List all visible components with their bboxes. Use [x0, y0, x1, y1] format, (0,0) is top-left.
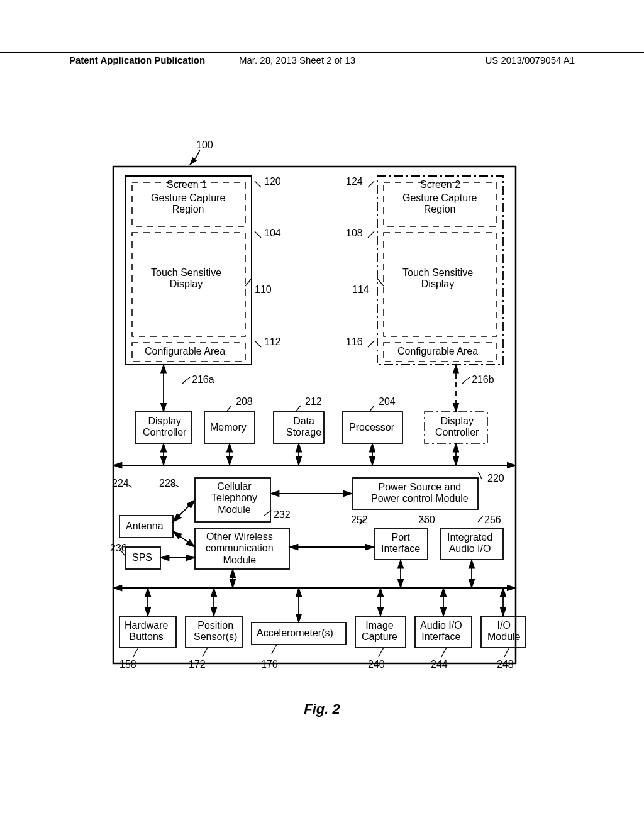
- ref-260: 260: [418, 514, 435, 526]
- screen2-gesture: Gesture Capture Region: [402, 192, 477, 216]
- io-module-block: I/O Module: [487, 620, 520, 643]
- position-sensors-block: Position Sensor(s): [194, 620, 237, 643]
- header-mid: Mar. 28, 2013 Sheet 2 of 13: [239, 55, 355, 65]
- memory-block: Memory: [210, 422, 247, 433]
- power-block: Power Source and Power control Module: [371, 482, 469, 505]
- audio-io-interface-block: Audio I/O Interface: [420, 620, 462, 643]
- ref-248: 248: [497, 659, 514, 670]
- ref-256: 256: [484, 514, 501, 526]
- diagram-canvas: 100 Screen 1 Gesture Capture Region Touc…: [75, 145, 553, 692]
- cellular-block: Cellular Telephony Module: [211, 481, 257, 516]
- display-controller-2: Display Controller: [435, 416, 479, 439]
- ref-216a: 216a: [192, 374, 214, 385]
- display-controller-1: Display Controller: [143, 416, 186, 439]
- ref-204: 204: [379, 396, 396, 407]
- ref-116: 116: [346, 336, 363, 348]
- ref-108: 108: [346, 228, 363, 239]
- ref-224: 224: [112, 478, 129, 489]
- ref-236: 236: [110, 543, 127, 554]
- header-right: US 2013/0079054 A1: [485, 55, 575, 65]
- screen2-config: Configurable Area: [397, 346, 478, 357]
- ref-158: 158: [119, 659, 136, 670]
- ref-172: 172: [189, 659, 206, 670]
- antenna-block: Antenna: [126, 521, 164, 532]
- ref-212: 212: [305, 396, 322, 407]
- ref-100: 100: [196, 140, 213, 151]
- ref-232: 232: [274, 509, 291, 521]
- data-storage-block: Data Storage: [286, 416, 321, 439]
- ref-176: 176: [261, 659, 278, 670]
- image-capture-block: Image Capture: [362, 620, 397, 643]
- svg-line-32: [173, 531, 195, 547]
- ref-252: 252: [351, 514, 368, 526]
- ref-114: 114: [352, 284, 369, 296]
- screen2-touch: Touch Sensitive Display: [402, 267, 473, 290]
- hw-buttons-block: Hardware Buttons: [125, 620, 168, 643]
- ref-104: 104: [264, 228, 281, 239]
- header-left: Patent Application Publication: [69, 55, 205, 65]
- ref-208: 208: [236, 396, 253, 407]
- port-interface-block: Port Interface: [381, 532, 420, 555]
- screen2-title: Screen 2: [420, 179, 460, 191]
- page-header: Patent Application Publication Mar. 28, …: [0, 52, 644, 70]
- figure-caption: Fig. 2: [0, 701, 644, 717]
- page: Patent Application Publication Mar. 28, …: [0, 0, 644, 830]
- integrated-audio-block: Integrated Audio I/O: [447, 532, 492, 555]
- ref-220: 220: [487, 473, 504, 484]
- sps-block: SPS: [132, 552, 152, 563]
- ref-110: 110: [255, 284, 272, 296]
- screen1-touch: Touch Sensitive Display: [151, 267, 221, 290]
- ref-240: 240: [368, 659, 385, 670]
- ref-124: 124: [346, 176, 363, 187]
- screen1-config: Configurable Area: [145, 346, 225, 357]
- processor-block: Processor: [349, 422, 394, 433]
- ref-112: 112: [264, 336, 281, 348]
- svg-rect-0: [113, 167, 516, 663]
- ref-120: 120: [264, 176, 281, 187]
- other-wireless-block: Other Wireless communication Module: [206, 531, 274, 566]
- screen1-title: Screen 1: [167, 179, 207, 191]
- ref-228: 228: [159, 478, 176, 489]
- ref-244: 244: [431, 659, 448, 670]
- svg-line-31: [173, 500, 195, 522]
- accelerometer-block: Accelerometer(s): [257, 628, 333, 639]
- ref-216b: 216b: [472, 374, 494, 385]
- screen1-gesture: Gesture Capture Region: [151, 192, 225, 216]
